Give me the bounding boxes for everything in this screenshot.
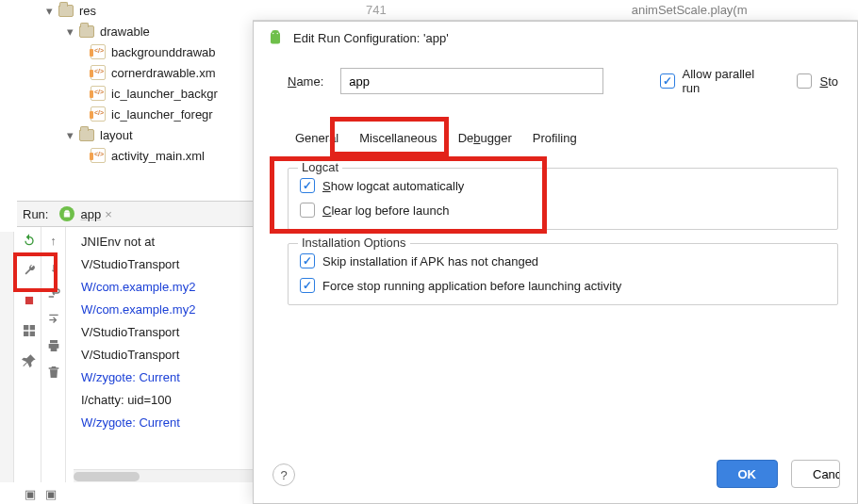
highlight-box-wrench (13, 252, 58, 292)
tree-label: activity_main.xml (111, 149, 205, 163)
rerun-icon[interactable] (22, 233, 37, 248)
folder-icon (58, 5, 74, 17)
tab-debugger[interactable]: Debugger (451, 125, 520, 154)
console-line: W/com.example.my2 (81, 299, 249, 321)
tree-file-ic-launcher-bg[interactable]: ic_launcher_backgr (17, 83, 253, 104)
tree-file-ic-launcher-fg[interactable]: ic_launcher_foregr (17, 104, 253, 124)
pin-icon[interactable] (22, 353, 37, 368)
chevron-down-icon[interactable]: ▾ (64, 129, 75, 140)
name-label: Name: (288, 74, 323, 89)
installation-options-group: Installation Options Skip installation i… (288, 243, 838, 305)
checkbox-label: Force stop running application before la… (322, 279, 621, 293)
xml-file-icon (91, 148, 106, 163)
xml-file-icon (91, 65, 106, 80)
skip-installation-checkbox[interactable]: Skip installation if APK has not changed (300, 253, 826, 268)
edit-run-configuration-dialog: Edit Run Configuration: 'app' Name: Allo… (253, 21, 858, 504)
name-input[interactable] (340, 68, 602, 94)
console-horizontal-scrollbar[interactable] (74, 469, 253, 482)
folder-icon (79, 25, 94, 38)
project-tree[interactable]: ▾ res ▾ drawable backgrounddrawab corner… (17, 0, 253, 193)
checkbox-label: Sto (819, 74, 838, 89)
svg-rect-0 (25, 297, 32, 304)
tree-file-backgrounddrawab[interactable]: backgrounddrawab (17, 41, 253, 62)
dialog-title: Edit Run Configuration: 'app' (293, 31, 449, 45)
tree-label: layout (100, 128, 133, 142)
store-as-checkbox[interactable]: Sto (797, 73, 838, 89)
console-line: V/StudioTransport (81, 253, 249, 276)
editor-code-fragment: animSetScale.play(m (632, 3, 748, 17)
trash-icon[interactable] (46, 365, 61, 380)
tree-node-res[interactable]: ▾ res (17, 0, 253, 21)
chevron-down-icon[interactable]: ▾ (64, 25, 75, 37)
tree-file-activity-main[interactable]: activity_main.xml (17, 145, 253, 166)
layout-icon[interactable] (22, 323, 37, 338)
console-line: V/StudioTransport (81, 321, 249, 344)
tree-label: ic_launcher_foregr (111, 107, 213, 122)
tree-node-drawable[interactable]: ▾ drawable (17, 21, 253, 41)
console-line: W/zygote: Current (81, 412, 249, 434)
checkbox-empty-icon (797, 73, 812, 89)
console-line: W/com.example.my2 (81, 276, 249, 299)
allow-parallel-run-checkbox[interactable]: Allow parallel run (660, 67, 775, 95)
help-button[interactable]: ? (272, 463, 295, 486)
tree-node-layout[interactable]: ▾ layout (17, 124, 253, 145)
svg-point-2 (277, 33, 278, 34)
console-line: JNIEnv not at (81, 231, 249, 253)
svg-point-1 (272, 33, 273, 34)
ok-button[interactable]: OK (717, 460, 779, 488)
tree-label: ic_launcher_backgr (111, 87, 218, 101)
run-console[interactable]: JNIEnv not atV/StudioTransportW/com.exam… (66, 227, 253, 482)
tree-label: cornerdrawable.xm (111, 66, 216, 80)
editor-line-number: 741 (366, 3, 387, 17)
group-legend: Installation Options (298, 236, 410, 250)
editor-top-fragment: 741 animSetScale.play(m (253, 0, 858, 21)
dialog-titlebar: Edit Run Configuration: 'app' (254, 22, 857, 54)
close-icon[interactable]: × (105, 207, 112, 221)
tree-file-cornerdrawable[interactable]: cornerdrawable.xm (17, 62, 253, 83)
tree-label: drawable (100, 24, 150, 39)
checkbox-checked-icon (300, 278, 315, 293)
stop-icon[interactable] (22, 293, 37, 308)
tree-label: backgrounddrawab (111, 45, 216, 59)
run-label: Run: (23, 207, 48, 221)
android-app-icon (59, 206, 74, 221)
checkbox-checked-icon (300, 253, 315, 268)
tab-profiling[interactable]: Profiling (525, 125, 585, 154)
console-line: V/StudioTransport (81, 344, 249, 366)
highlight-box-logcat (270, 156, 547, 234)
checkbox-label: Allow parallel run (683, 67, 775, 95)
scroll-to-end-icon[interactable] (46, 312, 61, 327)
xml-file-icon (91, 106, 106, 122)
chevron-down-icon[interactable]: ▾ (43, 5, 55, 16)
force-stop-checkbox[interactable]: Force stop running application before la… (300, 278, 826, 293)
xml-file-icon (91, 86, 106, 101)
console-line: W/zygote: Current (81, 366, 249, 389)
console-line: I/chatty: uid=100 (81, 389, 249, 412)
checkbox-label: Skip installation if APK has not changed (322, 254, 538, 268)
android-icon (267, 29, 284, 46)
folder-icon (79, 129, 94, 141)
up-icon[interactable]: ↑ (46, 233, 61, 248)
checkbox-checked-icon (660, 73, 675, 89)
tree-label: res (79, 4, 96, 18)
status-bar-fragment: ▣▣ (25, 487, 57, 501)
run-tab-app[interactable]: app (80, 207, 101, 221)
run-toolwindow-header: Run: app × (17, 201, 253, 227)
cancel-button[interactable]: Canc (791, 460, 840, 488)
highlight-box-misc-tab (330, 117, 449, 156)
print-icon[interactable] (46, 338, 61, 353)
xml-file-icon (91, 44, 106, 59)
left-side-tabs[interactable] (0, 232, 14, 482)
